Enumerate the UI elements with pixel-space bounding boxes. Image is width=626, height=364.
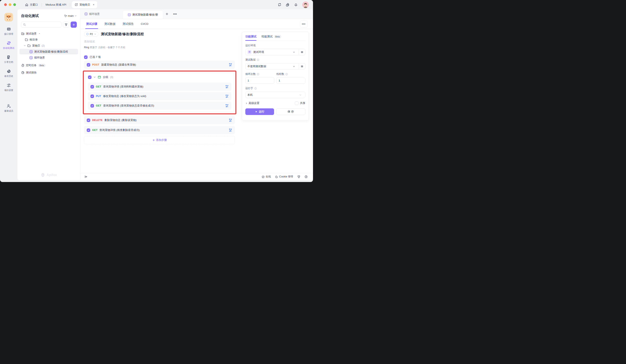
tab-overflow-button[interactable]: •••: [171, 9, 179, 19]
flow-condition-icon[interactable]: [226, 104, 229, 107]
chevron-right-icon: [245, 102, 248, 104]
sidebar-item-invite-members[interactable]: 邀请成员: [0, 104, 17, 112]
tab-close-icon[interactable]: ×: [93, 3, 94, 6]
close-window-button[interactable]: [4, 3, 7, 6]
select-all-checkbox[interactable]: [84, 55, 87, 59]
add-step-button[interactable]: 添加步骤: [84, 136, 235, 144]
loop-count-input[interactable]: [245, 77, 274, 84]
threads-label: 线程数: [276, 72, 284, 76]
doc-tab-active-scenario[interactable]: 测试宠物新建/修改/册: [122, 10, 163, 19]
gear-icon[interactable]: [286, 3, 290, 7]
new-scenario-button[interactable]: [71, 22, 77, 28]
step-row-put[interactable]: PUT 修改宠物信息 (修改宠物状态为 sold): [88, 92, 232, 100]
step-row-post[interactable]: POST 新建宠物信息 (新建在售宠物): [84, 61, 235, 69]
cookie-manager-label: Cookie 管理: [279, 175, 293, 178]
step-checkbox[interactable]: [87, 129, 90, 132]
advanced-settings-toggle[interactable]: 高级设置: [245, 101, 259, 105]
tab-cicd[interactable]: CI/CD: [141, 19, 149, 29]
sidebar-item-auto-testing[interactable]: 自动化测试: [0, 41, 17, 50]
branch-selector[interactable]: main: [64, 14, 77, 17]
more-actions-button[interactable]: •••: [300, 20, 308, 28]
tree-item-selected-scenario[interactable]: 测试宠物新建/修改/删除流程: [19, 49, 78, 54]
tab-petstore[interactable]: 宠物商店 ×: [72, 1, 97, 8]
online-status[interactable]: 在线: [262, 175, 271, 178]
share-toggle[interactable]: 共享: [295, 101, 305, 105]
step-checkbox[interactable]: [87, 119, 90, 122]
test-data-manage-button[interactable]: [299, 63, 305, 69]
selected-count-row: 已选 7 项: [84, 55, 235, 59]
env-manage-button[interactable]: [299, 49, 305, 55]
flow-condition-icon[interactable]: [226, 85, 229, 88]
tab-performance-test[interactable]: 性能测试 Beta: [261, 35, 281, 41]
maximize-window-button[interactable]: [13, 3, 16, 6]
tree-test-reports[interactable]: 测试报告: [17, 69, 80, 75]
priority-selector[interactable]: P2: [84, 32, 99, 37]
description-placeholder[interactable]: 添加描述: [84, 40, 235, 43]
step-row-get-2[interactable]: GET 查询宠物详情 (查询宠物状态是否修改成功): [88, 101, 232, 110]
flow-condition-icon[interactable]: [229, 63, 232, 66]
share-checkbox[interactable]: [295, 101, 299, 105]
group-header-row[interactable]: 分组 (3): [85, 73, 234, 81]
new-tab-button[interactable]: [163, 9, 171, 19]
tab-functional-test[interactable]: 功能测试: [245, 35, 256, 41]
project-logo[interactable]: [4, 13, 13, 22]
tree-scheduled-tasks[interactable]: 定时任务 Beta: [17, 62, 80, 68]
method-badge: DELETE: [92, 119, 103, 122]
tab-project[interactable]: Medusa 商城 API: [42, 0, 70, 9]
run-on-select[interactable]: 本机: [245, 92, 305, 98]
test-data-select[interactable]: 不使用测试数据: [245, 63, 305, 69]
env-label: 运行环境: [245, 44, 256, 47]
tree-folder-petstore[interactable]: 宠物店 (2): [17, 43, 80, 49]
sidebar-item-api-management[interactable]: 接口管理: [0, 27, 17, 35]
help-icon[interactable]: [305, 175, 308, 178]
step-row-get-3[interactable]: GET 查询宠物详情 (检查删除是否成功): [84, 126, 235, 134]
caret-down-icon[interactable]: [39, 33, 40, 34]
tree-folder-root[interactable]: 根目录: [17, 37, 80, 43]
tab-petstore-label: 宠物商店: [79, 3, 90, 7]
chevron-down-icon[interactable]: [24, 44, 26, 47]
step-checkbox[interactable]: [90, 104, 94, 107]
sidebar-item-request-history[interactable]: 请求历史: [0, 69, 17, 78]
method-badge: GET: [92, 129, 97, 132]
tree-root-scenarios[interactable]: 测试场景: [17, 31, 80, 37]
bell-icon[interactable]: [294, 3, 298, 6]
avatar[interactable]: [302, 1, 309, 8]
flow-condition-icon[interactable]: [226, 95, 229, 98]
chevron-down-icon[interactable]: [93, 76, 96, 78]
step-checkbox[interactable]: [87, 63, 90, 66]
environment-select[interactable]: 测 测试环境: [245, 49, 305, 55]
run-on-value: 本机: [247, 93, 298, 97]
tshirt-theme-icon[interactable]: [297, 175, 300, 178]
filter-button[interactable]: [63, 22, 69, 28]
group-checkbox[interactable]: [88, 75, 91, 79]
app-window: 主窗口 Medusa 商城 API 宠物商店 ×: [0, 0, 313, 182]
tab-test-data[interactable]: 测试数据: [104, 19, 116, 29]
collapse-sidebar-icon[interactable]: [84, 175, 87, 178]
plus-icon: [152, 139, 155, 141]
refresh-icon[interactable]: [278, 3, 281, 6]
cookie-manager[interactable]: Cookie 管理: [275, 175, 293, 178]
threads-input[interactable]: [276, 77, 305, 84]
method-badge: GET: [96, 104, 101, 107]
step-checkbox[interactable]: [90, 85, 94, 89]
meta-author: Ring: [84, 46, 89, 49]
save-button[interactable]: 保 存: [276, 108, 305, 115]
step-row-get-1[interactable]: GET 查询宠物详情 (查询刚刚建的宠物): [88, 83, 232, 91]
tab-test-report[interactable]: 测试报告: [122, 19, 134, 29]
flow-condition-icon[interactable]: [229, 119, 232, 122]
ts-folder-icon: [21, 32, 24, 35]
search-input[interactable]: [27, 23, 60, 26]
run-button[interactable]: 运行: [245, 108, 274, 115]
group-icon: [98, 75, 101, 79]
doc-tab-loop-scenario[interactable]: 循环场景: [80, 9, 104, 19]
minimize-window-button[interactable]: [9, 3, 11, 6]
tab-home[interactable]: 主窗口: [21, 0, 42, 9]
sidebar-item-share-docs[interactable]: 分享文档: [0, 55, 17, 64]
tree-item-label: 测试宠物新建/修改/删除流程: [34, 50, 68, 54]
step-checkbox[interactable]: [90, 95, 94, 98]
sidebar-item-project-settings[interactable]: 项目设置: [0, 83, 17, 92]
flow-condition-icon[interactable]: [229, 129, 232, 132]
step-row-delete[interactable]: DELETE 删除宠物信息 (删除该宠物): [84, 116, 235, 124]
tab-test-steps[interactable]: 测试步骤: [86, 19, 97, 29]
tree-item-loop-scenario[interactable]: 循环场景: [17, 55, 80, 61]
